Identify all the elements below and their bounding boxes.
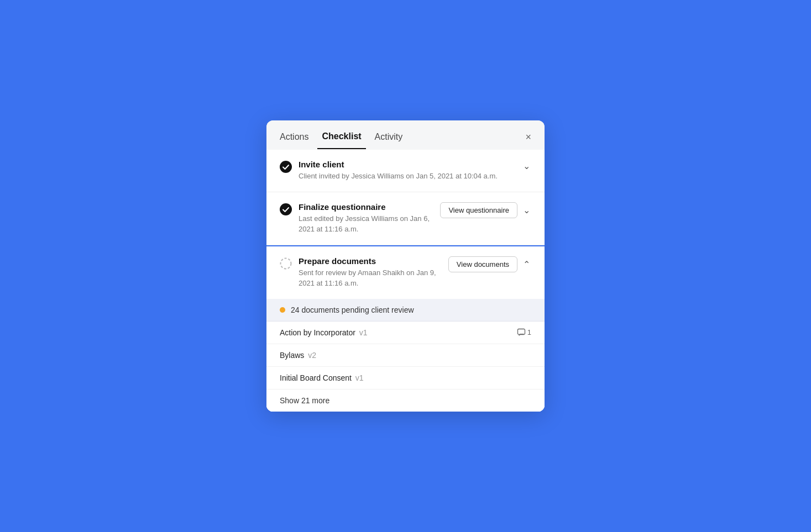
in-progress-icon bbox=[280, 257, 292, 270]
checklist-body: Invite client Client invited by Jessica … bbox=[266, 150, 545, 411]
complete-check-icon bbox=[280, 161, 292, 173]
pending-text: 24 documents pending client review bbox=[291, 305, 414, 314]
pending-banner: 24 documents pending client review bbox=[266, 299, 545, 322]
chevron-down-icon[interactable]: ⌄ bbox=[522, 160, 531, 172]
list-item[interactable]: Initial Board Consent v1 bbox=[266, 367, 545, 389]
list-item[interactable]: Action by Incorporator v1 1 bbox=[266, 322, 545, 344]
modal: Actions Checklist Activity × Invite clie… bbox=[266, 120, 545, 411]
chevron-up-icon[interactable]: ⌃ bbox=[522, 258, 531, 271]
tab-actions[interactable]: Actions bbox=[280, 132, 313, 149]
modal-header: Actions Checklist Activity × bbox=[266, 120, 545, 150]
show-more-button[interactable]: Show 21 more bbox=[266, 389, 545, 412]
view-questionnaire-button[interactable]: View questionnaire bbox=[440, 202, 517, 218]
view-documents-button[interactable]: View documents bbox=[448, 256, 517, 272]
expanded-documents-section: 24 documents pending client review Actio… bbox=[266, 299, 545, 412]
chevron-down-icon[interactable]: ⌄ bbox=[522, 204, 531, 217]
comment-icon bbox=[517, 328, 526, 337]
pending-dot-icon bbox=[280, 307, 285, 313]
svg-rect-3 bbox=[517, 329, 525, 334]
svg-point-0 bbox=[280, 161, 292, 173]
list-item[interactable]: Bylaws v2 bbox=[266, 344, 545, 367]
tab-checklist[interactable]: Checklist bbox=[317, 131, 365, 149]
item-title: Invite client bbox=[299, 160, 498, 169]
document-list: Action by Incorporator v1 1 Bylaws bbox=[266, 322, 545, 412]
complete-check-icon bbox=[280, 203, 292, 215]
item-title: Finalize questionnaire bbox=[299, 202, 433, 212]
item-subtitle: Last edited by Jessica Williams on Jan 6… bbox=[299, 214, 433, 235]
checklist-item-invite-client: Invite client Client invited by Jessica … bbox=[266, 150, 545, 192]
item-subtitle: Client invited by Jessica Williams on Ja… bbox=[299, 171, 498, 182]
item-title: Prepare documents bbox=[299, 256, 442, 266]
svg-point-1 bbox=[280, 203, 292, 215]
close-button[interactable]: × bbox=[525, 132, 531, 149]
tab-activity[interactable]: Activity bbox=[370, 132, 407, 149]
comment-badge: 1 bbox=[517, 328, 531, 337]
svg-point-2 bbox=[281, 258, 291, 268]
tabs: Actions Checklist Activity bbox=[280, 131, 407, 149]
item-subtitle: Sent for review by Amaan Shaikh on Jan 9… bbox=[299, 268, 442, 289]
checklist-item-prepare-documents: Prepare documents Sent for review by Ama… bbox=[266, 245, 545, 412]
checklist-item-finalize-questionnaire: Finalize questionnaire Last edited by Je… bbox=[266, 192, 545, 245]
